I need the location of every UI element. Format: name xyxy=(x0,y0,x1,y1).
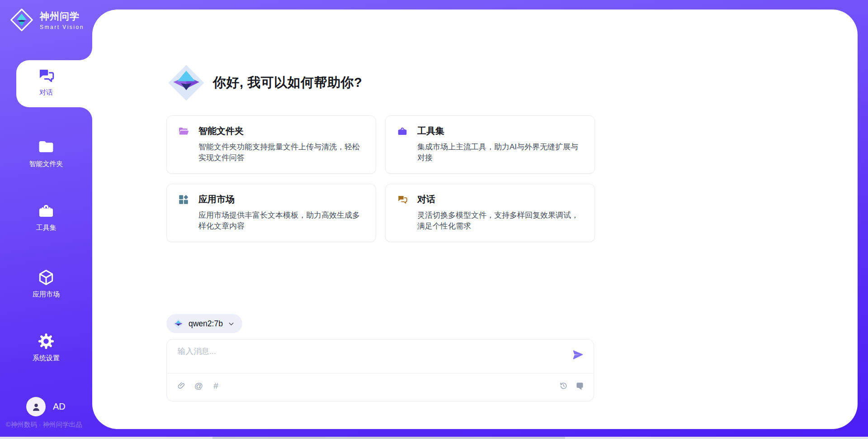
toolbox-icon xyxy=(37,201,56,220)
mention-icon: @ xyxy=(194,381,203,391)
card-description: 灵活切换多模型文件，支持多样回复效果调试，满足个性化需求 xyxy=(417,210,584,232)
cube-icon xyxy=(37,268,56,287)
brand: 神州问学 Smart Vision xyxy=(9,7,84,33)
avatar xyxy=(26,397,46,416)
composer-tools-right xyxy=(559,381,585,391)
sidebar-item-label: 对话 xyxy=(39,88,53,97)
card-header: 工具集 xyxy=(396,125,584,137)
sidebar-item-toolset[interactable]: 工具集 xyxy=(0,201,92,232)
folder-open-icon xyxy=(178,125,189,137)
send-button[interactable] xyxy=(572,348,585,361)
card-smart-folder[interactable]: 智能文件夹 智能文件夹功能支持批量文件上传与清洗，轻松实现文件问答 xyxy=(166,115,376,174)
card-app-market[interactable]: 应用市场 应用市场提供丰富长文本模板，助力高效生成多样化文章内容 xyxy=(166,184,376,242)
card-header: 对话 xyxy=(396,193,584,205)
sidebar-item-chat[interactable]: 对话 xyxy=(0,66,92,97)
user-initials: AD xyxy=(53,401,66,412)
send-icon xyxy=(572,348,585,361)
message-input[interactable] xyxy=(178,346,562,369)
page-title: 你好, 我可以如何帮助你? xyxy=(213,74,362,92)
sidebar-item-app-market[interactable]: 应用市场 xyxy=(0,268,92,299)
card-header: 智能文件夹 xyxy=(178,125,365,137)
brand-text: 神州问学 Smart Vision xyxy=(40,10,84,30)
horizontal-scrollbar[interactable] xyxy=(0,437,868,439)
card-title: 应用市场 xyxy=(198,193,235,205)
user-account[interactable]: AD xyxy=(26,397,66,416)
paperclip-icon xyxy=(177,381,186,391)
card-toolset[interactable]: 工具集 集成市场上主流工具，助力AI与外界无缝扩展与对接 xyxy=(385,115,595,174)
composer-divider xyxy=(167,373,593,373)
greeting: 你好, 我可以如何帮助你? xyxy=(167,63,362,102)
model-logo-icon xyxy=(173,318,184,329)
history-icon xyxy=(559,381,568,391)
model-name: qwen2:7b xyxy=(189,319,223,329)
card-description: 智能文件夹功能支持批量文件上传与清洗，轻松实现文件问答 xyxy=(198,142,365,163)
app-grid-icon xyxy=(178,194,189,205)
mention-button[interactable]: @ xyxy=(194,381,203,391)
model-selector[interactable]: qwen2:7b xyxy=(166,314,242,333)
feedback-bubble-icon xyxy=(575,381,585,391)
feedback-button[interactable] xyxy=(575,381,585,391)
message-composer: @ # xyxy=(166,339,594,401)
gear-icon xyxy=(37,332,56,351)
card-title: 智能文件夹 xyxy=(198,125,244,137)
card-title: 工具集 xyxy=(417,125,444,137)
greeting-logo-icon xyxy=(167,63,206,102)
card-description: 集成市场上主流工具，助力AI与外界无缝扩展与对接 xyxy=(417,142,584,163)
folder-icon xyxy=(37,138,56,157)
attach-button[interactable] xyxy=(177,381,186,391)
brand-logo-icon xyxy=(9,7,34,33)
card-title: 对话 xyxy=(417,193,435,205)
feature-cards: 智能文件夹 智能文件夹功能支持批量文件上传与清洗，轻松实现文件问答 工具集 集成… xyxy=(166,115,595,242)
chat-icon xyxy=(37,66,56,85)
sidebar-item-label: 智能文件夹 xyxy=(29,160,63,168)
sidebar-item-settings[interactable]: 系统设置 xyxy=(0,332,92,363)
card-chat[interactable]: 对话 灵活切换多模型文件，支持多样回复效果调试，满足个性化需求 xyxy=(385,184,595,242)
hashtag-button[interactable]: # xyxy=(211,381,221,391)
card-description: 应用市场提供丰富长文本模板，助力高效生成多样化文章内容 xyxy=(198,210,365,232)
composer-tools-left: @ # xyxy=(177,381,221,391)
copyright-text: ©神州数码 · 神州问学出品 xyxy=(6,420,82,429)
sidebar-item-label: 工具集 xyxy=(36,224,57,232)
history-button[interactable] xyxy=(559,381,568,391)
hashtag-icon: # xyxy=(213,381,218,391)
brand-subtitle: Smart Vision xyxy=(40,24,84,30)
user-icon xyxy=(30,401,42,413)
toolbox-icon xyxy=(396,125,408,137)
app-window: 神州问学 Smart Vision 对话 智能文件夹 工具集 xyxy=(0,0,868,439)
sidebar-item-label: 系统设置 xyxy=(33,354,60,363)
chat-icon xyxy=(396,194,408,205)
card-header: 应用市场 xyxy=(178,193,365,205)
brand-name: 神州问学 xyxy=(40,10,84,23)
sidebar-item-smart-folder[interactable]: 智能文件夹 xyxy=(0,138,92,168)
scrollbar-thumb[interactable] xyxy=(212,437,565,439)
chevron-down-icon xyxy=(227,320,235,328)
sidebar-item-label: 应用市场 xyxy=(33,290,60,299)
